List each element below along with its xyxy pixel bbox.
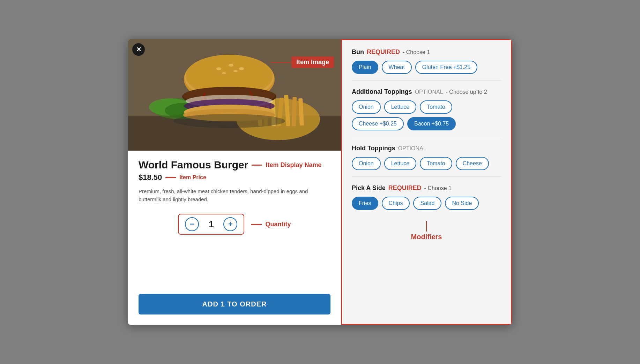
option-pill-hold-toppings-1[interactable]: Lettuce — [384, 157, 416, 170]
quantity-value: 1 — [206, 219, 216, 230]
option-pill-pick-a-side-2[interactable]: Salad — [413, 197, 441, 210]
quantity-label-row: Quantity — [251, 221, 291, 228]
option-pill-pick-a-side-1[interactable]: Chips — [382, 197, 410, 210]
options-row-hold-toppings: OnionLettuceTomatoCheese — [352, 157, 501, 170]
svg-point-19 — [222, 72, 226, 74]
modifier-section-bun: BunREQUIRED- Choose 1PlainWheatGluten Fr… — [352, 48, 501, 81]
option-pill-pick-a-side-3[interactable]: No Side — [445, 197, 479, 210]
right-panel: BunREQUIRED- Choose 1PlainWheatGluten Fr… — [341, 39, 512, 325]
option-pill-additional-toppings-4[interactable]: Bacon +$0.75 — [407, 117, 456, 130]
modifier-title-pick-a-side: Pick A Side — [352, 184, 386, 192]
modifier-header-bun: BunREQUIRED- Choose 1 — [352, 48, 501, 56]
option-pill-hold-toppings-2[interactable]: Tomato — [420, 157, 452, 170]
option-pill-additional-toppings-2[interactable]: Tomato — [420, 100, 452, 114]
plus-icon: + — [228, 220, 233, 229]
svg-point-18 — [239, 67, 244, 70]
svg-point-17 — [229, 64, 233, 67]
svg-point-16 — [216, 67, 221, 70]
modifier-header-additional-toppings: Additional ToppingsOPTIONAL- Choose up t… — [352, 88, 501, 96]
choose-text-additional-toppings: - Choose up to 2 — [446, 89, 487, 95]
options-row-bun: PlainWheatGluten Free +$1.25 — [352, 61, 501, 74]
option-pill-additional-toppings-3[interactable]: Cheese +$0.25 — [352, 117, 404, 130]
modifier-title-bun: Bun — [352, 48, 364, 56]
item-price: $18.50 — [139, 173, 162, 182]
option-pill-hold-toppings-3[interactable]: Cheese — [456, 157, 489, 170]
option-pill-bun-2[interactable]: Gluten Free +$1.25 — [415, 61, 477, 74]
svg-point-20 — [233, 70, 238, 72]
modifiers-label-section: Modifiers — [352, 218, 501, 241]
close-icon: ✕ — [136, 46, 141, 53]
optional-badge-hold-toppings: OPTIONAL — [398, 145, 426, 152]
image-label-box: Item Image — [291, 56, 334, 68]
modifier-section-additional-toppings: Additional ToppingsOPTIONAL- Choose up t… — [352, 88, 501, 137]
options-row-additional-toppings: OnionLettuceTomatoCheese +$0.25Bacon +$0… — [352, 100, 501, 130]
burger-image — [128, 39, 341, 151]
required-badge-pick-a-side: REQUIRED — [388, 184, 422, 192]
item-price-row: $18.50 Item Price — [139, 173, 330, 182]
option-pill-additional-toppings-1[interactable]: Lettuce — [384, 100, 416, 114]
item-description: Premium, fresh, all-white meat chicken t… — [139, 188, 330, 203]
choose-text-pick-a-side: - Choose 1 — [424, 185, 452, 191]
modifier-section-hold-toppings: Hold ToppingsOPTIONALOnionLettuceTomatoC… — [352, 145, 501, 177]
optional-badge-additional-toppings: OPTIONAL — [415, 89, 443, 95]
image-label-container: Item Image — [270, 56, 334, 68]
modifier-section-pick-a-side: Pick A SideREQUIRED- Choose 1FriesChipsS… — [352, 184, 501, 210]
divider-0 — [352, 80, 501, 81]
options-row-pick-a-side: FriesChipsSaladNo Side — [352, 197, 501, 210]
modifiers-line — [426, 221, 427, 232]
choose-text-bun: - Choose 1 — [403, 49, 430, 55]
item-details: World Famous Burger Item Display Name $1… — [128, 151, 341, 294]
modifiers-text: Modifiers — [411, 233, 442, 241]
quantity-label: Quantity — [265, 221, 291, 228]
option-pill-bun-1[interactable]: Wheat — [382, 61, 412, 74]
quantity-increase-button[interactable]: + — [223, 217, 237, 231]
item-price-line — [165, 177, 176, 178]
item-name-line — [252, 165, 262, 166]
close-button[interactable]: ✕ — [132, 43, 145, 56]
minus-icon: − — [190, 220, 194, 229]
modifier-header-pick-a-side: Pick A SideREQUIRED- Choose 1 — [352, 184, 501, 192]
divider-2 — [352, 176, 501, 177]
item-name: World Famous Burger — [139, 159, 248, 171]
quantity-section: − 1 + Quantity — [139, 214, 330, 235]
item-price-label: Item Price — [179, 174, 206, 181]
quantity-box: − 1 + — [178, 214, 244, 235]
add-to-order-button[interactable]: ADD 1 TO ORDER — [139, 294, 330, 314]
option-pill-additional-toppings-0[interactable]: Onion — [352, 100, 381, 114]
option-pill-pick-a-side-0[interactable]: Fries — [352, 197, 378, 210]
item-name-label: Item Display Name — [266, 161, 321, 169]
item-title-row: World Famous Burger Item Display Name — [139, 159, 330, 171]
option-pill-hold-toppings-0[interactable]: Onion — [352, 157, 381, 170]
image-label-line — [270, 62, 291, 63]
modal-wrapper: ✕ Item Image World Famous Burger Item Di… — [0, 0, 640, 364]
required-badge-bun: REQUIRED — [367, 48, 400, 56]
svg-point-27 — [173, 114, 285, 128]
modal: ✕ Item Image World Famous Burger Item Di… — [128, 39, 512, 325]
quantity-line — [251, 224, 262, 225]
modifier-title-additional-toppings: Additional Toppings — [352, 88, 412, 96]
option-pill-bun-0[interactable]: Plain — [352, 61, 378, 74]
sections-container: BunREQUIRED- Choose 1PlainWheatGluten Fr… — [352, 48, 501, 210]
quantity-decrease-button[interactable]: − — [185, 217, 199, 231]
divider-1 — [352, 137, 501, 137]
modifier-title-hold-toppings: Hold Toppings — [352, 145, 395, 152]
modifier-header-hold-toppings: Hold ToppingsOPTIONAL — [352, 145, 501, 152]
image-container: ✕ Item Image — [128, 39, 341, 151]
left-panel: ✕ Item Image World Famous Burger Item Di… — [128, 39, 341, 325]
